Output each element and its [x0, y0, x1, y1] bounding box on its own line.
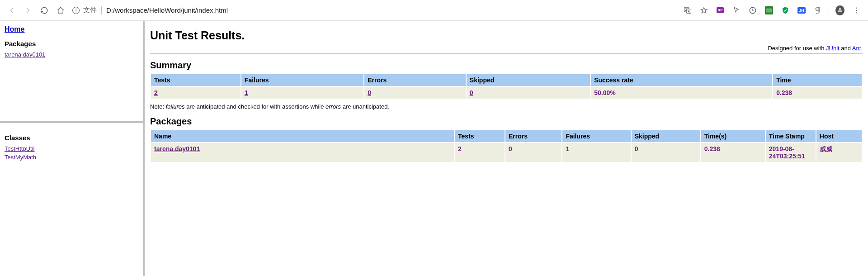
- pilcrow-extension-icon[interactable]: [813, 6, 822, 15]
- translate-icon[interactable]: [683, 6, 692, 15]
- pkg-timestamp: 2019-08-24T03:25:51: [766, 143, 816, 162]
- main-frame: Unit Test Results. Designed for use with…: [145, 21, 868, 276]
- summary-table: Tests Failures Errors Skipped Success ra…: [150, 73, 863, 100]
- packages-table: Name Tests Errors Failures Skipped Time(…: [150, 129, 863, 163]
- info-icon: i: [72, 7, 80, 14]
- address-bar[interactable]: i 文件 D:/workspace/HelloWord/junit/index.…: [72, 6, 228, 14]
- tests-value[interactable]: 2: [154, 89, 158, 96]
- th-times: Time(s): [701, 130, 765, 142]
- star-icon[interactable]: [699, 6, 708, 15]
- toolbar-divider: [829, 5, 829, 15]
- th-errors: Errors: [505, 130, 561, 142]
- th-tests: Tests: [455, 130, 505, 142]
- page-title: Unit Test Results.: [150, 29, 863, 42]
- success-value: 50.00%: [591, 87, 772, 99]
- th-timestamp: Time Stamp: [766, 130, 816, 142]
- divider: [150, 53, 863, 54]
- url-text: D:/workspace/HelloWord/junit/index.html: [102, 6, 228, 14]
- profile-avatar[interactable]: [835, 6, 844, 15]
- green-extension-icon[interactable]: [764, 6, 774, 15]
- file-scheme-label: 文件: [83, 6, 102, 14]
- errors-value[interactable]: 0: [368, 89, 371, 96]
- skipped-value[interactable]: 0: [470, 89, 473, 96]
- th-skipped: Skipped: [467, 74, 590, 86]
- th-failures: Failures: [241, 74, 363, 86]
- forward-button[interactable]: [22, 4, 34, 17]
- th-host: Host: [816, 130, 862, 142]
- svg-rect-1: [687, 9, 691, 14]
- pkg-host: 威威: [816, 143, 862, 162]
- svg-rect-4: [766, 8, 768, 12]
- designed-text: Designed for use with JUnit and Ant.: [150, 45, 863, 52]
- pkg-skipped: 0: [632, 143, 700, 162]
- classes-frame: Classes TestHttpUtil TestMyMath: [0, 123, 143, 276]
- th-skipped: Skipped: [632, 130, 700, 142]
- clock-extension-icon[interactable]: [748, 6, 757, 15]
- th-tests: Tests: [151, 74, 241, 86]
- svg-point-9: [856, 7, 857, 8]
- pkg-time: 0.238: [701, 143, 765, 162]
- summary-heading: Summary: [150, 60, 863, 71]
- home-link[interactable]: Home: [5, 25, 24, 33]
- jh-extension-icon[interactable]: JH: [797, 6, 806, 15]
- packages-heading: Packages: [5, 40, 138, 48]
- pkg-tests: 2: [455, 143, 505, 162]
- th-time: Time: [773, 74, 862, 86]
- time-value: 0.238: [773, 87, 862, 99]
- rp-extension-icon[interactable]: RP: [716, 6, 725, 15]
- package-link[interactable]: tarena.day0101: [5, 51, 138, 58]
- th-errors: Errors: [364, 74, 466, 86]
- table-row: tarena.day0101 2 0 1 0 0.238 2019-08-24T…: [151, 143, 862, 162]
- home-button[interactable]: [54, 4, 67, 17]
- pkg-failures: 1: [562, 143, 630, 162]
- svg-point-7: [839, 8, 841, 10]
- svg-rect-5: [768, 8, 770, 12]
- packages-section-heading: Packages: [150, 116, 863, 127]
- cursor-extension-icon[interactable]: [732, 6, 741, 15]
- shield-extension-icon[interactable]: [781, 6, 790, 15]
- reload-button[interactable]: [38, 4, 51, 17]
- pkg-errors: 0: [505, 143, 561, 162]
- th-failures: Failures: [562, 130, 630, 142]
- ant-link[interactable]: Ant: [852, 45, 861, 52]
- note-text: Note: failures are anticipated and check…: [150, 103, 863, 110]
- class-link[interactable]: TestMyMath: [5, 154, 138, 161]
- junit-link[interactable]: JUnit: [826, 45, 840, 52]
- failures-value[interactable]: 1: [245, 89, 248, 96]
- classes-heading: Classes: [5, 134, 138, 142]
- back-button[interactable]: [5, 4, 18, 17]
- svg-point-11: [856, 12, 857, 13]
- svg-point-10: [856, 10, 857, 10]
- class-link[interactable]: TestHttpUtil: [5, 145, 138, 152]
- svg-rect-8: [838, 10, 842, 12]
- kebab-menu-icon[interactable]: [850, 4, 863, 17]
- th-success: Success rate: [591, 74, 772, 86]
- browser-toolbar: i 文件 D:/workspace/HelloWord/junit/index.…: [0, 0, 868, 21]
- packages-frame: Home Packages tarena.day0101: [0, 21, 143, 123]
- pkg-name-link[interactable]: tarena.day0101: [154, 145, 200, 152]
- th-name: Name: [151, 130, 454, 142]
- svg-rect-6: [770, 8, 772, 12]
